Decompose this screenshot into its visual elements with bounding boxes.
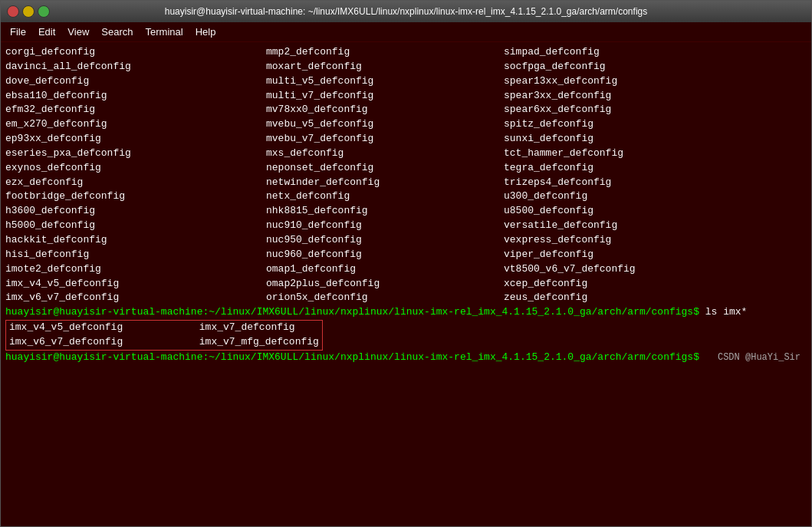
minimize-button[interactable] [22,5,35,18]
list-item: netx_defconfig [266,189,504,204]
list-item: tegra_defconfig [504,161,807,176]
ls-result-r2c2: imx_v7_mfg_defconfig [199,336,319,347]
list-item: eseries_pxa_defconfig [5,147,266,161]
titlebar: huayisir@huayisir-virtual-machine: ~/lin… [1,1,811,22]
list-item: ep93xx_defconfig [5,132,266,147]
list-item: davinci_all_defconfig [5,60,266,74]
list-item: imote2_defconfig [5,262,266,277]
terminal-window: huayisir@huayisir-virtual-machine: ~/lin… [0,0,812,527]
list-item: sunxi_defconfig [504,132,807,147]
list-item: spear13xx_defconfig [504,74,807,89]
menu-terminal[interactable]: Terminal [140,25,189,39]
ls-result-row2: imx_v6_v7_defconfig imx_v7_mfg_defconfig [9,335,319,350]
menubar: File Edit View Search Terminal Help [1,22,811,42]
list-item: exynos_defconfig [5,161,266,176]
list-item: omap1_defconfig [266,262,504,277]
list-item: u300_defconfig [504,189,807,204]
prompt-path-2: :~/linux/IMX6ULL/linux/nxplinux/linux-im… [202,351,699,363]
list-item: h3600_defconfig [5,204,266,219]
list-item: imx_v6_v7_defconfig [5,291,266,305]
menu-edit[interactable]: Edit [32,25,61,39]
list-item: netwinder_defconfig [266,176,504,190]
maximize-button[interactable] [38,5,50,18]
terminal-body[interactable]: corgi_defconfig davinci_all_defconfig do… [1,42,811,526]
watermark-text: CSDN @HuaYi_Sir [718,351,807,364]
list-item: em_x270_defconfig [5,117,266,132]
list-item: vexpress_defconfig [504,233,807,248]
window-title: huayisir@huayisir-virtual-machine: ~/lin… [53,6,759,17]
list-item: ezx_defconfig [5,176,266,190]
list-item: trizeps4_defconfig [504,176,807,190]
list-item: socfpga_defconfig [504,60,807,74]
ls-result-row1: imx_v4_v5_defconfig imx_v7_defconfig [9,321,319,335]
list-item: nuc960_defconfig [266,248,504,262]
prompt-user-host-1: huayisir@huayisir-virtual-machine [5,306,202,318]
list-item: mvebu_v5_defconfig [266,117,504,132]
list-item: mvebu_v7_defconfig [266,132,504,147]
list-item: viper_defconfig [504,248,807,262]
list-item: nuc910_defconfig [266,219,504,233]
ls-result-r2c1: imx_v6_v7_defconfig [9,335,193,350]
list-item: tct_hammer_defconfig [504,147,807,161]
list-item: efm32_defconfig [5,103,266,117]
list-item: dove_defconfig [5,74,266,89]
menu-search[interactable]: Search [95,25,139,39]
col3: simpad_defconfig socfpga_defconfig spear… [504,45,807,305]
list-item: ebsa110_defconfig [5,89,266,104]
menu-file[interactable]: File [4,25,32,39]
list-item: xcep_defconfig [504,277,807,291]
prompt-cmd-1: ls imx* [699,306,747,318]
list-item: spear6xx_defconfig [504,103,807,117]
list-item: mv78xx0_defconfig [266,103,504,117]
menu-help[interactable]: Help [189,25,222,39]
list-item: multi_v7_defconfig [266,89,504,104]
list-item: neponset_defconfig [266,161,504,176]
ls-result-r1c1: imx_v4_v5_defconfig [9,321,193,335]
file-listing: corgi_defconfig davinci_all_defconfig do… [5,45,807,305]
prompt-user-host-2: huayisir@huayisir-virtual-machine [5,351,202,363]
prompt-path-1: :~/linux/IMX6ULL/linux/nxplinux/linux-im… [202,306,699,318]
list-item: mxs_defconfig [266,147,504,161]
list-item: vt8500_v6_v7_defconfig [504,262,807,277]
list-item: footbridge_defconfig [5,189,266,204]
list-item: imx_v4_v5_defconfig [5,277,266,291]
list-item: spitz_defconfig [504,117,807,132]
prompt-line-1: huayisir@huayisir-virtual-machine:~/linu… [5,305,807,320]
list-item: u8500_defconfig [504,204,807,219]
menu-view[interactable]: View [61,25,95,39]
list-item: moxart_defconfig [266,60,504,74]
prompt-line-2: huayisir@huayisir-virtual-machine:~/linu… [5,351,699,365]
list-item: nuc950_defconfig [266,233,504,248]
list-item: multi_v5_defconfig [266,74,504,89]
col1: corgi_defconfig davinci_all_defconfig do… [5,45,266,305]
list-item: spear3xx_defconfig [504,89,807,104]
list-item: omap2plus_defconfig [266,277,504,291]
col2: mmp2_defconfig moxart_defconfig multi_v5… [266,45,504,305]
list-item: versatile_defconfig [504,219,807,233]
list-item: simpad_defconfig [504,45,807,60]
list-item: orion5x_defconfig [266,291,504,305]
list-item: h5000_defconfig [5,219,266,233]
list-item: zeus_defconfig [504,291,807,305]
list-item: nhk8815_defconfig [266,204,504,219]
close-button[interactable] [7,5,19,18]
list-item: hisi_defconfig [5,248,266,262]
ls-result-r1c2: imx_v7_defconfig [199,321,295,333]
list-item: mmp2_defconfig [266,45,504,60]
list-item: corgi_defconfig [5,45,266,60]
list-item: hackkit_defconfig [5,233,266,248]
ls-result-box: imx_v4_v5_defconfig imx_v7_defconfig imx… [5,320,323,351]
